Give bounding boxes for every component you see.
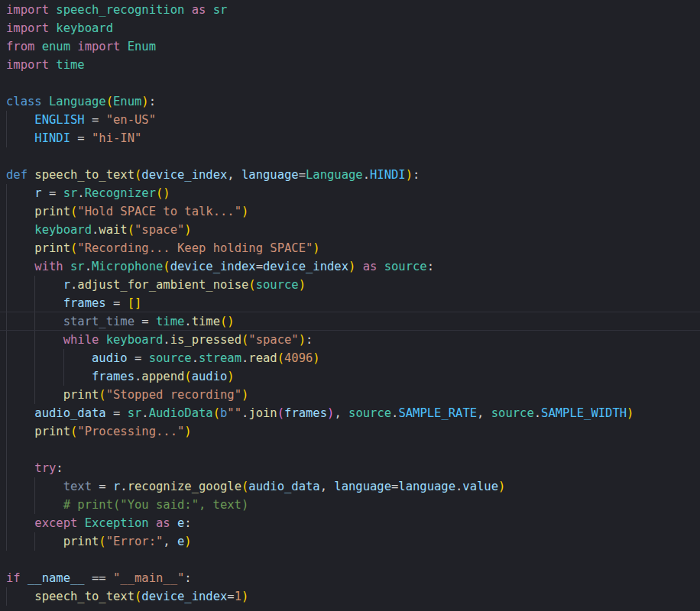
token-b1: ) — [227, 370, 234, 383]
code-line[interactable]: start_time = time.time() — [0, 312, 700, 331]
token-p: = — [299, 168, 306, 182]
indent-guide — [6, 367, 7, 386]
code-line[interactable] — [0, 441, 700, 459]
token-b1: ) — [406, 168, 413, 182]
token-t: Exception — [85, 516, 149, 530]
code-line[interactable]: if __name__ == "__main__": — [0, 569, 700, 587]
code-line[interactable] — [0, 551, 700, 569]
token-t: Language — [49, 95, 106, 108]
code-line[interactable]: try: — [0, 459, 700, 477]
token-p: . — [163, 333, 170, 347]
code-line[interactable]: print("Stopped recording") — [0, 386, 700, 404]
indent-guide — [6, 532, 7, 551]
token-t: Enum — [128, 40, 156, 53]
code-line[interactable]: audio_data = sr.AudioData(b"".join(frame… — [0, 404, 700, 422]
token-t: time — [156, 315, 184, 328]
token-b1: ) — [313, 351, 319, 365]
code-line[interactable]: frames = [] — [0, 294, 700, 312]
code-line[interactable]: # print("You said:", text) — [0, 496, 700, 514]
code-line[interactable]: print("Error:", e) — [0, 532, 700, 551]
token-b1: ) — [241, 590, 248, 603]
token-s: "en-US" — [106, 113, 156, 127]
code-line[interactable]: def speech_to_text(device_index, languag… — [0, 166, 700, 184]
code-line[interactable]: text = r.recognize_google(audio_data, la… — [0, 477, 700, 496]
token-b1: () — [156, 186, 170, 200]
code-editor[interactable]: import speech_recognition as srimport ke… — [0, 0, 700, 611]
code-line[interactable]: import time — [0, 56, 700, 74]
code-line[interactable]: speech_to_text(device_index=1) — [0, 587, 700, 606]
token-b1: ( — [241, 480, 248, 493]
code-line[interactable]: audio = source.stream.read(4096) — [0, 349, 700, 367]
code-text: if __name__ == "__main__": — [6, 571, 192, 585]
token-t: enum — [42, 40, 70, 53]
code-text: while keyboard.is_pressed("space"): — [6, 333, 313, 347]
code-text: r = sr.Recognizer() — [6, 186, 170, 200]
code-line[interactable]: r.adjust_for_ambient_noise(source) — [0, 276, 700, 294]
token-s: "Stopped recording" — [106, 388, 241, 402]
code-text: import keyboard — [6, 21, 113, 35]
code-line[interactable] — [0, 74, 700, 92]
indent-guide — [6, 257, 7, 276]
token-t: sr — [213, 3, 228, 17]
code-line[interactable]: HINDI = "hi-IN" — [0, 129, 700, 147]
token-b1: ( — [134, 168, 141, 182]
code-text: with sr.Microphone(device_index=device_i… — [6, 260, 434, 273]
code-text: ENGLISH = "en-US" — [6, 113, 156, 127]
indent-guide — [6, 496, 7, 514]
token-t: source — [384, 260, 427, 273]
token-b1: ( — [184, 370, 191, 383]
token-p: , — [320, 480, 335, 493]
code-line[interactable]: with sr.Microphone(device_index=device_i… — [0, 257, 700, 276]
token-f: append — [141, 370, 184, 383]
token-t: Microphone — [92, 260, 163, 273]
code-line[interactable] — [0, 147, 700, 166]
token-v: device_index — [263, 260, 348, 273]
code-line[interactable]: r = sr.Recognizer() — [0, 184, 700, 202]
token-f: recognize_google — [128, 480, 241, 493]
token-c: ENGLISH — [34, 113, 84, 127]
code-line[interactable]: import speech_recognition as sr — [0, 1, 700, 19]
indent-guide — [6, 221, 7, 239]
code-line[interactable]: class Language(Enum): — [0, 92, 700, 111]
token-k: import — [70, 40, 128, 53]
token-t: keyboard — [106, 333, 164, 347]
token-b1: [] — [128, 296, 142, 310]
indent-guide — [34, 532, 35, 551]
indent-guide — [6, 422, 7, 441]
code-line[interactable]: print("Hold SPACE to talk...") — [0, 202, 700, 221]
code-line[interactable]: print("Processing...") — [0, 422, 700, 441]
token-c: SAMPLE_WIDTH — [541, 406, 627, 420]
token-b1: ) — [241, 388, 248, 402]
code-line[interactable]: print("Recording... Keep holding SPACE") — [0, 239, 700, 257]
token-b1: ( — [70, 425, 77, 438]
code-text: keyboard.wait("space") — [6, 223, 192, 237]
token-v: language — [334, 480, 391, 493]
code-line[interactable]: keyboard.wait("space") — [0, 221, 700, 239]
code-line[interactable]: while keyboard.is_pressed("space"): — [0, 331, 700, 349]
token-c: HINDI — [34, 131, 70, 145]
token-f: print — [63, 388, 99, 402]
token-p: = — [256, 260, 263, 273]
code-line[interactable]: from enum import Enum — [0, 37, 700, 56]
token-v: audio — [192, 370, 228, 383]
token-b1: ) — [348, 260, 355, 273]
token-b1: ( — [70, 241, 77, 255]
token-t: sr — [63, 186, 78, 200]
token-f: join — [248, 406, 277, 420]
indent-guide — [34, 386, 35, 404]
indent-guide — [34, 349, 35, 367]
indent-guide — [34, 294, 35, 312]
token-p: . — [92, 223, 99, 237]
token-s: "__main__" — [113, 571, 184, 585]
code-line[interactable]: import keyboard — [0, 19, 700, 37]
token-p: , — [227, 168, 241, 182]
code-text: r.adjust_for_ambient_noise(source) — [6, 278, 306, 292]
token-v: frames — [284, 406, 327, 420]
code-line[interactable]: ENGLISH = "en-US" — [0, 111, 700, 129]
token-v: audio_data — [248, 480, 319, 493]
token-b1: ( — [128, 223, 134, 237]
code-line[interactable]: except Exception as e: — [0, 514, 700, 532]
token-p: : — [56, 461, 63, 475]
code-line[interactable]: frames.append(audio) — [0, 367, 700, 386]
token-p: . — [120, 480, 127, 493]
